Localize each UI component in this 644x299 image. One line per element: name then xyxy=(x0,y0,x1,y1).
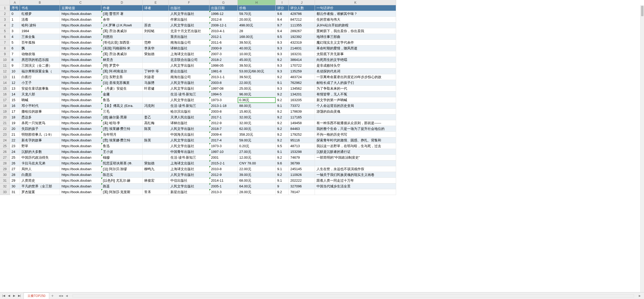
cell-E11[interactable] xyxy=(143,63,169,68)
horizontal-scrollbar[interactable] xyxy=(73,294,634,297)
cell-A32[interactable]: 30 xyxy=(10,183,20,189)
cell-G24[interactable]: 2017-4 xyxy=(209,137,238,143)
cell-F19[interactable]: 哈尔滨出版社 xyxy=(169,109,209,114)
cell-F32[interactable]: 人民文学出版社 xyxy=(169,183,209,189)
cell-I33[interactable]: 9.2 xyxy=(276,189,289,195)
cell-H20[interactable]: 32.00元 xyxy=(238,114,276,120)
cell-G12[interactable]: 1981-8 xyxy=(209,68,238,74)
cell-F21[interactable]: 译林出版社 xyxy=(169,120,209,126)
cell-B14[interactable]: 小王子 xyxy=(20,80,60,86)
sheet-nav-next[interactable]: ▶ xyxy=(12,293,17,298)
cell-J24[interactable]: 95116 xyxy=(289,137,315,143)
cell-E18[interactable]: 冯克利 xyxy=(143,103,169,109)
cell-I5[interactable]: 9.4 xyxy=(276,28,289,34)
cell-C9[interactable]: https://book.douban xyxy=(60,51,101,57)
cell-G26[interactable]: 1997-10 xyxy=(209,149,238,155)
cell-J2[interactable]: 429786 xyxy=(289,11,315,17)
cell-E26[interactable] xyxy=(143,149,169,155)
cell-E22[interactable]: 陈英 xyxy=(143,126,169,132)
cell-B12[interactable]: 福尔摩斯探案全集（ xyxy=(20,68,60,74)
cell-H16[interactable]: 96.00元 xyxy=(238,91,276,97)
header-cell-G[interactable]: 出版日期 xyxy=(209,5,238,11)
row-header-33[interactable]: 33 xyxy=(0,189,10,195)
cell-J4[interactable]: 111355 xyxy=(289,22,315,28)
column-header-J[interactable]: J xyxy=(289,0,315,5)
cell-A8[interactable]: 6 xyxy=(10,45,20,51)
cell-B23[interactable]: 明朝那些事儿（1-9） xyxy=(20,132,60,137)
cell-G27[interactable]: 2001 xyxy=(209,155,238,160)
cell-I3[interactable]: 9.4 xyxy=(276,17,289,22)
cell-J16[interactable]: 134201 xyxy=(289,91,315,97)
cell-A7[interactable]: 5 xyxy=(10,40,20,45)
cell-E31[interactable]: 林俊宏 xyxy=(143,178,169,183)
cell-A10[interactable]: 8 xyxy=(10,57,20,63)
cell-F29[interactable]: 上海译文出版社 xyxy=(169,166,209,172)
cell-I7[interactable]: 9.3 xyxy=(276,40,289,45)
cell-A11[interactable]: 9 xyxy=(10,63,20,68)
row-header-8[interactable]: 8 xyxy=(0,45,10,51)
cell-A15[interactable]: 13 xyxy=(10,86,20,91)
cell-F3[interactable]: 作家出版社 xyxy=(169,17,209,22)
cell-G28[interactable]: 2015-2-1 xyxy=(209,160,238,166)
cell-B6[interactable]: 三体全集 xyxy=(20,34,60,40)
cell-C22[interactable]: https://book.douban xyxy=(60,126,101,132)
cell-H6[interactable]: 168.00元 xyxy=(238,34,276,40)
cell-F9[interactable]: 上海译文出版社 xyxy=(169,51,209,57)
cell-F6[interactable]: 重庆出版社 xyxy=(169,34,209,40)
cell-C7[interactable]: https://book.douban xyxy=(60,40,101,45)
cell-E25[interactable] xyxy=(143,143,169,149)
cell-K17[interactable]: 新文学的第一声呐喊 xyxy=(315,97,396,103)
cell-B7[interactable]: 百年孤独 xyxy=(20,40,60,45)
cell-K7[interactable]: 魔幻现实主义文学代表作 xyxy=(315,40,396,45)
cell-E19[interactable] xyxy=(143,109,169,114)
cell-A27[interactable]: 25 xyxy=(10,155,20,160)
cell-I9[interactable]: 9.3 xyxy=(276,51,289,57)
cell-F11[interactable]: 人民文学出版社 xyxy=(169,63,209,68)
sheet-nav-last[interactable]: ▶| xyxy=(17,293,22,298)
cell-F31[interactable]: 中信出版社 xyxy=(169,178,209,183)
cell-G8[interactable]: 2000-9 xyxy=(209,45,238,51)
cell-E4[interactable]: 苏农 xyxy=(143,22,169,28)
header-cell-A[interactable]: 序号 xyxy=(10,5,20,11)
cell-D23[interactable]: 当年明月 xyxy=(101,132,143,137)
cell-G21[interactable]: 2012-9 xyxy=(209,120,238,126)
cell-G15[interactable]: 1997-08 xyxy=(209,86,238,91)
row-header-27[interactable]: 27 xyxy=(0,155,10,160)
cell-E12[interactable]: 丁钟华 等 xyxy=(143,68,169,74)
cell-E23[interactable] xyxy=(143,132,169,137)
cell-A30[interactable]: 28 xyxy=(10,172,20,178)
cell-J33[interactable]: 78147 xyxy=(289,189,315,195)
cell-K4[interactable]: 从9¾站台开始的旅程 xyxy=(315,22,396,28)
cell-J28[interactable]: 36799 xyxy=(289,160,315,166)
cell-F26[interactable]: 中国青年出版社 xyxy=(169,149,209,155)
cell-I11[interactable]: 9.3 xyxy=(276,63,289,68)
cell-E24[interactable]: 陈英 xyxy=(143,137,169,143)
cell-C30[interactable]: https://book.douban xyxy=(60,172,101,178)
cell-C11[interactable]: https://book.douban xyxy=(60,63,101,68)
cell-D7[interactable]: [哥伦比亚] 加西亚· xyxy=(101,40,143,45)
cell-H9[interactable]: 10.00元 xyxy=(238,51,276,57)
cell-H25[interactable]: 0.20元 xyxy=(238,143,276,149)
cell-G23[interactable]: 2009-4 xyxy=(209,132,238,137)
cell-H21[interactable]: 32.00元 xyxy=(238,120,276,126)
cell-H28[interactable]: CNY 78.00 xyxy=(238,160,276,166)
cell-K16[interactable]: 有情皆孽，无人不冤 xyxy=(315,91,396,97)
cell-H33[interactable]: 28.00元 xyxy=(238,189,276,195)
cell-I19[interactable]: 9.2 xyxy=(276,109,289,114)
cell-J11[interactable]: 170722 xyxy=(289,63,315,68)
cell-D28[interactable]: 陀思妥耶夫斯基 (Ф. xyxy=(101,160,143,166)
cell-C17[interactable]: https://book.douban xyxy=(60,97,101,103)
cell-D12[interactable]: [英] 阿·柯南道尔 xyxy=(101,68,143,74)
cell-B17[interactable]: 呐喊 xyxy=(20,97,60,103)
cell-J12[interactable]: 135259 xyxy=(289,68,315,74)
cell-A29[interactable]: 27 xyxy=(10,166,20,172)
cell-B24[interactable]: 新名字的故事 xyxy=(20,137,60,143)
cell-C6[interactable]: https://book.douban xyxy=(60,34,101,40)
cell-E3[interactable] xyxy=(143,17,169,22)
hscroll-left-icon[interactable]: ◀ xyxy=(65,294,69,297)
cell-K6[interactable]: 地球往事三部曲 xyxy=(315,34,396,40)
cell-G13[interactable]: 2013-1-1 xyxy=(209,74,238,80)
cell-G7[interactable]: 2011-6 xyxy=(209,40,238,45)
row-header-13[interactable]: 13 xyxy=(0,74,10,80)
cell-K26[interactable]: 沉默是沉默者的通行证 xyxy=(315,149,396,155)
